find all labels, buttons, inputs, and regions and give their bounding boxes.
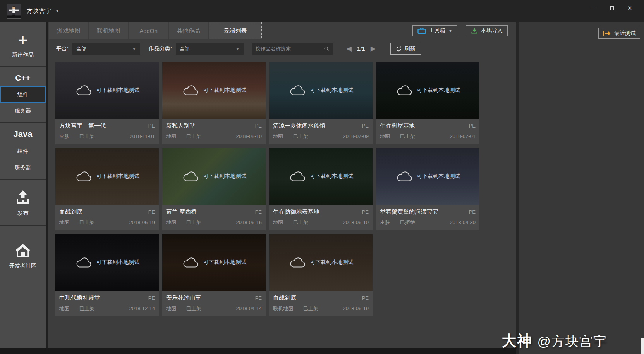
card-download-overlay: 可下载到本地测试 — [55, 62, 159, 119]
card-overlay-label: 可下载到本地测试 — [203, 173, 247, 180]
card-thumbnail: 可下载到本地测试 — [269, 62, 373, 119]
close-button[interactable]: ✕ — [621, 3, 639, 13]
watermark: 大神 @方块宫宇 — [501, 331, 607, 351]
card-title-row: 方块宫宇—第一代 PE — [59, 122, 155, 130]
cloud-download-icon — [289, 257, 306, 268]
platform-badge: PE — [469, 209, 476, 215]
plus-icon: + — [18, 31, 28, 49]
project-card[interactable]: 可下载到本地测试 中现代婚礼殿堂 PE 地图 已上架 2018-12-14 — [55, 234, 159, 316]
main-content: 游戏地图 联机地图 AddOn 其他作品 云端列表 工具箱 ▼ — [48, 22, 516, 348]
card-title: 生存树屋基地 — [380, 122, 415, 130]
card-info: 方块宫宇—第一代 PE 皮肤 已上架 2018-11-01 — [55, 119, 159, 144]
sidebar-item-new-project[interactable]: + 新建作品 — [0, 22, 46, 66]
card-meta-row: 地图 已上架 2018-06-10 — [273, 219, 369, 226]
local-import-button[interactable]: 本地导入 — [466, 25, 508, 36]
card-meta-row: 地图 已上架 2018-06-16 — [166, 219, 262, 226]
cloud-download-icon — [182, 257, 199, 268]
card-meta-row: 地图 已上架 2018-07-01 — [380, 133, 476, 140]
sidebar-section-cpp: C++ 组件 服务器 — [0, 67, 46, 123]
cloud-download-icon — [289, 171, 306, 182]
avatar[interactable] — [7, 4, 21, 19]
upload-icon — [15, 190, 31, 205]
tab-addon[interactable]: AddOn — [129, 22, 168, 39]
platform-badge: PE — [362, 295, 369, 301]
card-date: 2018-04-30 — [450, 219, 476, 225]
project-card[interactable]: 可下载到本地测试 新私人别墅 PE 地图 已上架 2018-08-10 — [162, 62, 266, 144]
refresh-label: 刷新 — [405, 45, 416, 52]
tab-other-works[interactable]: 其他作品 — [169, 22, 208, 39]
sidebar-item-java-component[interactable]: 组件 — [0, 143, 46, 159]
card-thumbnail: 可下载到本地测试 — [162, 62, 266, 119]
search-input[interactable] — [256, 46, 324, 52]
toolbox-button[interactable]: 工具箱 ▼ — [412, 25, 457, 36]
download-icon — [471, 27, 478, 34]
project-card[interactable]: 可下载到本地测试 荷兰 摩西桥 PE 地图 已上架 2018-06-16 — [162, 148, 266, 230]
window-title: 方块宫宇 — [27, 7, 52, 15]
card-status: 已上架 — [186, 219, 201, 226]
platform-badge: PE — [148, 209, 155, 215]
card-title-row: 生存防御地表基地 PE — [273, 208, 369, 216]
card-type: 地图 — [59, 305, 69, 312]
card-download-overlay: 可下载到本地测试 — [269, 62, 373, 119]
avatar-skin-image — [7, 4, 21, 18]
scrollbar-thumb[interactable] — [641, 338, 644, 354]
category-dropdown[interactable]: 全部 ▼ — [176, 43, 244, 55]
toolbox-icon — [417, 27, 426, 34]
sidebar-item-cpp-component[interactable]: 组件 — [0, 86, 46, 103]
minimize-button[interactable]: — — [585, 3, 603, 13]
sidebar-item-community[interactable]: 开发者社区 — [0, 226, 46, 278]
card-date: 2018-06-19 — [343, 306, 369, 311]
watermark-logo: 大神 — [501, 331, 532, 351]
card-overlay-label: 可下载到本地测试 — [417, 87, 460, 94]
java-logo: Java — [14, 123, 33, 143]
filter-bar: 平台: 全部 ▼ 作品分类: 全部 ▼ ◀ 1 — [48, 39, 516, 58]
card-info: 荷兰 摩西桥 PE 地图 已上架 2018-06-16 — [162, 205, 266, 230]
card-overlay-label: 可下载到本地测试 — [96, 87, 140, 94]
sidebar-item-java-server[interactable]: 服务器 — [0, 159, 46, 176]
card-info: 中现代婚礼殿堂 PE 地图 已上架 2018-12-14 — [55, 291, 159, 316]
sidebar-section-java: Java 组件 服务器 — [0, 123, 46, 180]
prev-page-button[interactable]: ◀ — [343, 45, 355, 53]
card-title-row: 安乐死过山车 PE — [166, 294, 262, 302]
card-overlay-label: 可下载到本地测试 — [310, 173, 354, 180]
project-card[interactable]: 可下载到本地测试 血战到底 PE 地图 已上架 2018-06-19 — [55, 148, 159, 230]
card-date: 2018-04-14 — [236, 306, 262, 311]
card-download-overlay: 可下载到本地测试 — [162, 234, 266, 291]
tab-cloud-list[interactable]: 云端列表 — [209, 22, 262, 39]
maximize-button[interactable] — [603, 3, 621, 13]
project-card[interactable]: 可下载到本地测试 生存防御地表基地 PE 地图 已上架 2018-06-10 — [269, 148, 373, 230]
recent-test-button[interactable]: 最近测试 — [598, 28, 640, 39]
card-type: 地图 — [166, 133, 176, 140]
project-card[interactable]: 可下载到本地测试 清凉一夏休闲水族馆 PE 地图 已上架 2018-07-09 — [269, 62, 373, 144]
tab-online-map[interactable]: 联机地图 — [89, 22, 128, 39]
card-title: 中现代婚礼殿堂 — [59, 294, 100, 302]
card-thumbnail: 可下载到本地测试 — [162, 148, 266, 205]
account-dropdown-caret-icon[interactable]: ▼ — [55, 9, 59, 13]
project-card[interactable]: 可下载到本地测试 举着蟹黄堡的海绵宝宝 PE 皮肤 已拒绝 2018-04-30 — [376, 148, 479, 230]
card-thumbnail: 可下载到本地测试 — [55, 62, 159, 119]
card-thumbnail: 可下载到本地测试 — [55, 148, 159, 205]
card-type: 地图 — [273, 133, 283, 140]
window-body: + 新建作品 C++ 组件 服务器 Java 组件 服务器 — [0, 22, 644, 354]
project-card[interactable]: 可下载到本地测试 安乐死过山车 PE 地图 已上架 2018-04-14 — [162, 234, 266, 316]
platform-badge: PE — [362, 209, 369, 215]
card-type: 地图 — [273, 219, 283, 226]
cloud-download-icon — [395, 171, 413, 182]
card-status: 已拒绝 — [400, 219, 415, 226]
project-card[interactable]: 可下载到本地测试 方块宫宇—第一代 PE 皮肤 已上架 2018-11-01 — [55, 62, 159, 144]
project-card[interactable]: 可下载到本地测试 生存树屋基地 PE 地图 已上架 2018-07-01 — [376, 62, 479, 144]
card-overlay-label: 可下载到本地测试 — [203, 259, 247, 266]
card-meta-row: 联机地图 已上架 2018-06-19 — [273, 305, 369, 312]
refresh-button[interactable]: 刷新 — [390, 43, 421, 55]
cloud-download-icon — [395, 85, 413, 96]
platform-badge: PE — [148, 123, 155, 129]
project-card[interactable]: 可下载到本地测试 血战到底 PE 联机地图 已上架 2018-06-19 — [269, 234, 373, 316]
platform-dropdown[interactable]: 全部 ▼ — [72, 43, 140, 55]
card-meta-row: 地图 已上架 2018-07-09 — [273, 133, 369, 140]
sidebar-item-cpp-server[interactable]: 服务器 — [0, 103, 46, 119]
card-type: 皮肤 — [380, 219, 390, 226]
next-page-button[interactable]: ▶ — [368, 45, 379, 53]
tab-game-map[interactable]: 游戏地图 — [49, 22, 88, 39]
topbar-spacer — [263, 22, 412, 39]
sidebar-item-publish[interactable]: 发布 — [0, 180, 46, 225]
